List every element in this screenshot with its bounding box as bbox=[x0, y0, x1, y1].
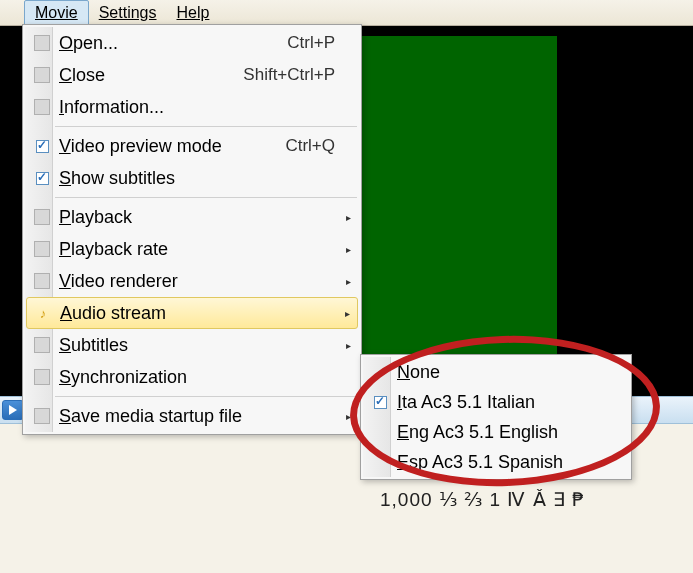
submenu-none[interactable]: None bbox=[363, 357, 629, 387]
play-button[interactable] bbox=[2, 400, 24, 420]
menu-show-subtitles-label: Show subtitles bbox=[55, 168, 335, 189]
close-icon bbox=[34, 67, 50, 83]
checkbox-icon bbox=[36, 172, 49, 185]
chevron-right-icon: ▸ bbox=[341, 276, 355, 287]
play-icon bbox=[8, 405, 18, 415]
menu-synchronization-label: Synchronization bbox=[55, 367, 335, 388]
chevron-right-icon: ▸ bbox=[341, 244, 355, 255]
menu-close-shortcut: Shift+Ctrl+P bbox=[243, 65, 341, 85]
menu-video-preview-shortcut: Ctrl+Q bbox=[285, 136, 341, 156]
playback-rate-icon bbox=[34, 241, 50, 257]
chevron-right-icon: ▸ bbox=[340, 308, 354, 319]
menu-close[interactable]: Close Shift+Ctrl+P bbox=[25, 59, 359, 91]
music-icon: ♪ bbox=[40, 306, 47, 321]
menu-video-preview-label: Video preview mode bbox=[55, 136, 285, 157]
menu-playback-label: Playback bbox=[55, 207, 335, 228]
menubar-movie[interactable]: Movie bbox=[24, 0, 89, 26]
playback-icon bbox=[34, 209, 50, 225]
menu-playback[interactable]: Playback ▸ bbox=[25, 201, 359, 233]
menu-playback-rate[interactable]: Playback rate ▸ bbox=[25, 233, 359, 265]
open-icon bbox=[34, 35, 50, 51]
chevron-right-icon: ▸ bbox=[341, 340, 355, 351]
menu-open-label: Open... bbox=[55, 33, 287, 54]
save-icon bbox=[34, 408, 50, 424]
menu-subtitles[interactable]: Subtitles ▸ bbox=[25, 329, 359, 361]
status-line: 1,000 ⅓ ⅔ 1 Ⅳ Ǎ ∃ ₱ bbox=[380, 488, 585, 511]
chevron-right-icon: ▸ bbox=[341, 212, 355, 223]
menu-subtitles-label: Subtitles bbox=[55, 335, 335, 356]
menu-open-shortcut: Ctrl+P bbox=[287, 33, 341, 53]
info-icon bbox=[34, 99, 50, 115]
menu-video-preview[interactable]: Video preview mode Ctrl+Q bbox=[25, 130, 359, 162]
checkbox-icon bbox=[374, 396, 387, 409]
menu-save-startup-label: Save media startup file bbox=[55, 406, 335, 427]
svg-marker-0 bbox=[9, 405, 17, 415]
submenu-spanish[interactable]: Esp Ac3 5.1 Spanish bbox=[363, 447, 629, 477]
menu-video-renderer[interactable]: Video renderer ▸ bbox=[25, 265, 359, 297]
menubar-help[interactable]: Help bbox=[167, 1, 220, 25]
renderer-icon bbox=[34, 273, 50, 289]
menu-video-renderer-label: Video renderer bbox=[55, 271, 335, 292]
submenu-italian-label: Ita Ac3 5.1 Italian bbox=[393, 392, 625, 413]
menu-information[interactable]: Information... bbox=[25, 91, 359, 123]
menu-separator bbox=[55, 197, 357, 198]
submenu-english[interactable]: Eng Ac3 5.1 English bbox=[363, 417, 629, 447]
submenu-english-label: Eng Ac3 5.1 English bbox=[393, 422, 625, 443]
video-frame bbox=[347, 36, 557, 386]
menu-save-startup[interactable]: Save media startup file ▸ bbox=[25, 400, 359, 432]
menu-audio-stream-label: Audio stream bbox=[56, 303, 334, 324]
submenu-none-label: None bbox=[393, 362, 625, 383]
menu-close-label: Close bbox=[55, 65, 243, 86]
checkbox-icon bbox=[36, 140, 49, 153]
menu-synchronization[interactable]: Synchronization bbox=[25, 361, 359, 393]
movie-menu: Open... Ctrl+P Close Shift+Ctrl+P Inform… bbox=[22, 24, 362, 435]
menu-information-label: Information... bbox=[55, 97, 335, 118]
menu-open[interactable]: Open... Ctrl+P bbox=[25, 27, 359, 59]
subtitles-icon bbox=[34, 337, 50, 353]
chevron-right-icon: ▸ bbox=[341, 411, 355, 422]
menubar-settings[interactable]: Settings bbox=[89, 1, 167, 25]
menu-playback-rate-label: Playback rate bbox=[55, 239, 335, 260]
sync-icon bbox=[34, 369, 50, 385]
submenu-italian[interactable]: Ita Ac3 5.1 Italian bbox=[363, 387, 629, 417]
menu-audio-stream[interactable]: ♪ Audio stream ▸ bbox=[26, 297, 358, 329]
audio-stream-submenu: None Ita Ac3 5.1 Italian Eng Ac3 5.1 Eng… bbox=[360, 354, 632, 480]
submenu-spanish-label: Esp Ac3 5.1 Spanish bbox=[393, 452, 625, 473]
menu-show-subtitles[interactable]: Show subtitles bbox=[25, 162, 359, 194]
menu-separator bbox=[55, 126, 357, 127]
menu-separator bbox=[55, 396, 357, 397]
menubar: Movie Settings Help bbox=[0, 0, 693, 26]
